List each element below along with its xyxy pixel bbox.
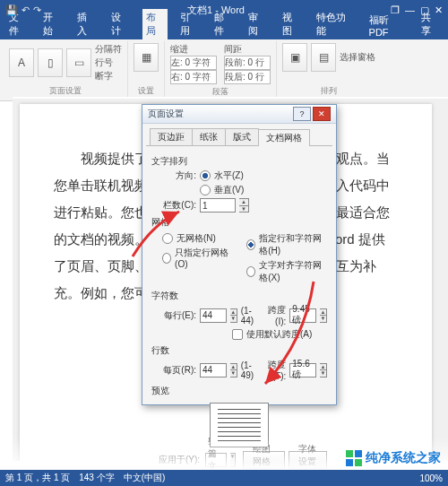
direction-label: 方向: — [162, 169, 196, 182]
undo-icon[interactable]: ↶ — [22, 4, 30, 16]
wrap-text-button[interactable]: ▤ — [311, 43, 336, 72]
position-button[interactable]: ▣ — [282, 43, 307, 72]
page-setup-dialog: 页面设置 ? ✕ 页边距 纸张 版式 文档网格 文字排列 方向: 水平(Z) 垂… — [142, 104, 337, 405]
radio-align-chars-label: 文字对齐字符网格(X) — [259, 259, 327, 284]
use-default-pitch-checkbox[interactable] — [232, 329, 243, 340]
per-page-label: 每页(R): — [162, 364, 196, 377]
dialog-tab-paper[interactable]: 纸张 — [192, 128, 226, 145]
spacing-heading: 间距 — [224, 43, 271, 56]
section-grid: 网格 — [151, 216, 327, 229]
redo-icon[interactable]: ↷ — [33, 4, 41, 16]
ribbon-group-arrange: ▣ ▤ 选择窗格 排列 — [277, 41, 381, 99]
dialog-tab-margins[interactable]: 页边距 — [150, 128, 193, 145]
hyphenation-button[interactable]: 断字 — [95, 70, 122, 82]
status-zoom[interactable]: 100% — [419, 473, 443, 483]
indent-right-field[interactable]: 右: 0 字符 — [170, 70, 217, 84]
radio-vertical[interactable] — [200, 185, 211, 195]
manuscript-settings-button[interactable]: ▦ — [134, 43, 159, 72]
per-line-range: (1-44) — [241, 306, 258, 325]
columns-button[interactable]: 分隔符 — [95, 43, 122, 56]
char-pitch-label: 跨度(I): — [261, 304, 286, 326]
dialog-close-icon[interactable]: ✕ — [313, 107, 331, 121]
selection-pane-button[interactable]: 选择窗格 — [340, 51, 375, 64]
section-lines: 行数 — [151, 344, 327, 357]
word-app-window: { "titlebar": { "title": "文档1 - Word", "… — [0, 0, 448, 486]
quick-access-toolbar: 💾 ↶ ↷ — [5, 4, 41, 16]
columns-label: 栏数(C): — [162, 199, 196, 212]
radio-no-grid-label: 无网格(N) — [177, 232, 216, 245]
dialog-title: 页面设置 — [148, 108, 291, 120]
columns-spinner[interactable]: ▲▼ — [239, 198, 249, 213]
radio-no-grid[interactable] — [162, 233, 173, 244]
use-default-pitch-label: 使用默认跨度(A) — [246, 328, 312, 341]
status-word-count[interactable]: 143 个字 — [79, 472, 114, 484]
per-line-label: 每行(E): — [162, 309, 196, 322]
watermark: 纯净系统之家 — [346, 450, 441, 466]
status-bar: 第 1 页，共 1 页 143 个字 中文(中国) 100% — [0, 470, 448, 486]
dialog-titlebar[interactable]: 页面设置 ? ✕ — [142, 105, 336, 124]
spacing-before-field[interactable]: 段前: 0 行 — [224, 56, 271, 70]
group-title-settings: 设置 — [134, 85, 159, 97]
status-page[interactable]: 第 1 页，共 1 页 — [5, 472, 70, 484]
radio-horizontal[interactable] — [200, 170, 211, 181]
radio-align-chars[interactable] — [246, 266, 255, 277]
char-pitch-field[interactable]: 9.45 磅 — [289, 308, 316, 323]
indent-heading: 缩进 — [170, 43, 217, 56]
line-pitch-field[interactable]: 15.6 磅 — [289, 363, 316, 378]
ribbon-group-manuscript: ▦ 设置 — [128, 41, 165, 99]
group-title-arrange: 排列 — [282, 85, 375, 97]
section-preview: 预览 — [151, 385, 327, 397]
section-chars: 字符数 — [151, 290, 327, 302]
share-button[interactable]: 共享 — [418, 9, 443, 39]
group-title-page-setup: 页面设置 — [9, 85, 122, 97]
paper-size-button[interactable]: ▭ — [66, 48, 91, 77]
ribbon-tabs: 文件 开始 插入 设计 布局 引用 邮件 审阅 视图 特色功能 福昕PDF 共享 — [0, 20, 448, 39]
radio-lines-only-label: 只指定行网格(O) — [175, 247, 228, 269]
margins-button[interactable]: ▯ — [38, 48, 63, 77]
line-pitch-label: 跨度(T): — [261, 359, 286, 381]
text-direction-button[interactable]: A — [9, 48, 34, 77]
per-page-spinner[interactable]: ▲▼ — [230, 363, 237, 378]
dialog-tab-layout[interactable]: 版式 — [225, 128, 259, 145]
watermark-logo-icon — [346, 450, 362, 466]
ribbon-group-page-setup: A ▯ ▭ 分隔符 行号 断字 页面设置 — [4, 41, 128, 99]
per-line-spinner[interactable]: ▲▼ — [230, 308, 237, 323]
dialog-body: 文字排列 方向: 水平(Z) 垂直(V) 栏数(C): 1▲▼ 网格 无网格(N… — [142, 146, 336, 486]
watermark-text: 纯净系统之家 — [366, 450, 441, 466]
ribbon-group-paragraph: 缩进 左: 0 字符 右: 0 字符 间距 段前: 0 行 段后: 0 行 段落 — [165, 41, 277, 99]
indent-left-field[interactable]: 左: 0 字符 — [170, 56, 217, 70]
line-numbers-button[interactable]: 行号 — [95, 56, 122, 69]
section-text-arrange: 文字排列 — [151, 155, 327, 168]
status-language[interactable]: 中文(中国) — [124, 472, 166, 484]
radio-horizontal-label: 水平(Z) — [214, 169, 244, 182]
radio-vertical-label: 垂直(V) — [214, 184, 244, 196]
dialog-tabs: 页边距 纸张 版式 文档网格 — [146, 124, 332, 146]
radio-lines-only[interactable] — [162, 253, 171, 264]
radio-chars-lines-label: 指定行和字符网格(H) — [259, 232, 327, 257]
columns-field[interactable]: 1 — [200, 198, 236, 213]
line-pitch-spinner[interactable]: ▲▼ — [320, 363, 327, 378]
per-line-field[interactable]: 44 — [200, 308, 227, 323]
spacing-after-field[interactable]: 段后: 0 行 — [224, 70, 271, 84]
per-page-field[interactable]: 44 — [200, 363, 227, 378]
per-page-range: (1-49) — [241, 360, 258, 380]
dialog-help-icon[interactable]: ? — [293, 107, 311, 121]
char-pitch-spinner[interactable]: ▲▼ — [320, 308, 327, 323]
dialog-tab-document-grid[interactable]: 文档网格 — [258, 129, 310, 146]
save-icon[interactable]: 💾 — [5, 4, 18, 16]
radio-chars-lines[interactable] — [246, 239, 255, 250]
window-title: 文档1 - Word — [41, 4, 391, 17]
ribbon-layout: A ▯ ▭ 分隔符 行号 断字 页面设置 ▦ 设置 缩进 左: 0 字符 — [0, 39, 448, 101]
